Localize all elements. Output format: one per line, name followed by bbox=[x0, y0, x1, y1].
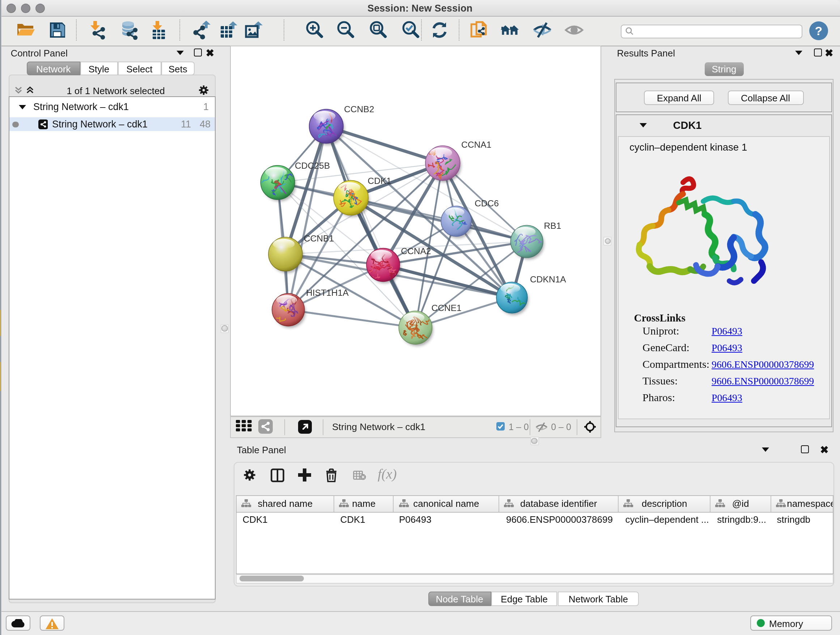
svg-text:CCNB1: CCNB1 bbox=[303, 233, 333, 243]
svg-text:CCNB2: CCNB2 bbox=[344, 104, 374, 114]
svg-text:CDKN1A: CDKN1A bbox=[530, 274, 566, 284]
svg-text:?: ? bbox=[815, 24, 823, 38]
svg-text:CDC6: CDC6 bbox=[474, 198, 499, 208]
svg-text:HIST1H1A: HIST1H1A bbox=[306, 288, 348, 298]
svg-text:CCNE1: CCNE1 bbox=[431, 303, 461, 313]
svg-text:CDK1: CDK1 bbox=[367, 176, 391, 186]
svg-text:CCNA2: CCNA2 bbox=[401, 246, 431, 256]
svg-text:RB1: RB1 bbox=[544, 221, 561, 231]
svg-text:CDC25B: CDC25B bbox=[294, 161, 330, 171]
svg-text:CCNA1: CCNA1 bbox=[461, 140, 491, 149]
